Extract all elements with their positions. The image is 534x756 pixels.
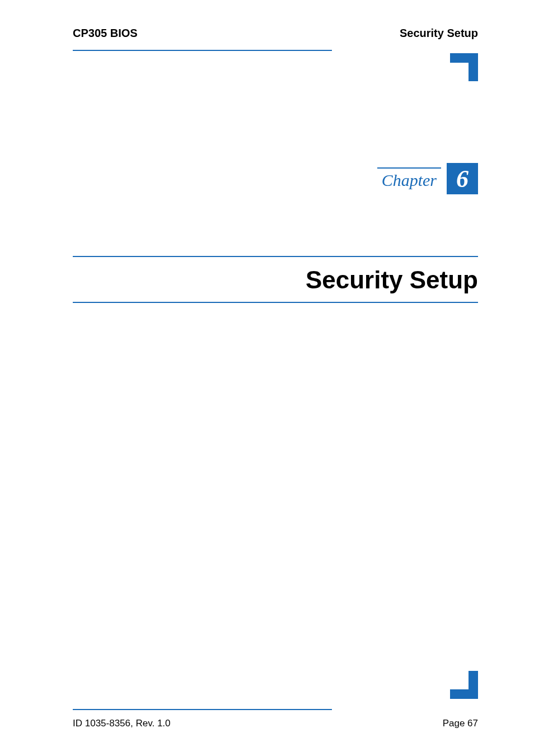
title-rule-bottom (73, 302, 478, 303)
document-page: CP305 BIOS Security Setup Chapter 6 Secu… (0, 0, 534, 756)
title-rule-top (73, 256, 478, 257)
footer-document-id: ID 1035-8356, Rev. 1.0 (73, 718, 171, 729)
header-section-title: Security Setup (400, 27, 478, 40)
chapter-indicator: Chapter 6 (73, 163, 478, 194)
chapter-title: Security Setup (73, 266, 478, 294)
header-rule (73, 50, 332, 51)
footer-row: ID 1035-8356, Rev. 1.0 Page 67 (73, 718, 478, 729)
chapter-number-box: 6 (447, 163, 478, 194)
chapter-number: 6 (456, 165, 469, 193)
chapter-label-wrap: Chapter (377, 167, 441, 190)
corner-mark-top-icon (450, 53, 478, 81)
footer-page-number: Page 67 (443, 718, 478, 729)
header-document-title: CP305 BIOS (73, 27, 138, 40)
chapter-title-block: Security Setup (73, 256, 478, 303)
chapter-label: Chapter (382, 171, 437, 189)
page-header: CP305 BIOS Security Setup (73, 27, 478, 40)
footer-rule (73, 709, 332, 710)
page-footer: ID 1035-8356, Rev. 1.0 Page 67 (73, 709, 478, 729)
corner-mark-bottom-icon (450, 671, 478, 699)
